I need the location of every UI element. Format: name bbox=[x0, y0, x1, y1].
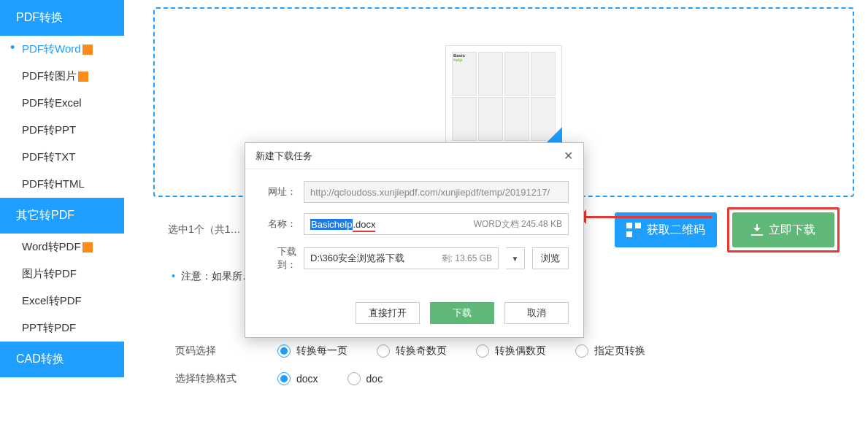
sidebar-section-cad-convert[interactable]: CAD转换 bbox=[0, 342, 124, 377]
dialog-close-button[interactable]: ✕ bbox=[564, 149, 573, 163]
sidebar-item-pdf-to-html[interactable]: PDF转HTML bbox=[0, 171, 124, 198]
qrcode-icon bbox=[626, 223, 641, 237]
dest-dropdown-button[interactable]: ▼ bbox=[506, 247, 525, 269]
sidebar-item-excel-to-pdf[interactable]: Excel转PDF bbox=[0, 288, 124, 315]
free-space-text: 剩: 13.65 GB bbox=[442, 253, 492, 265]
file-size-text: WORD文档 245.48 KB bbox=[474, 218, 562, 231]
download-icon bbox=[751, 224, 763, 236]
dialog-title-text: 新建下载任务 bbox=[256, 150, 312, 163]
radio-odd-pages[interactable]: 转换奇数页 bbox=[377, 344, 447, 358]
sidebar: PDF转换 PDF转Word PDF转图片 PDF转Excel PDF转PPT … bbox=[0, 0, 124, 377]
sidebar-section-other-to-pdf[interactable]: 其它转PDF bbox=[0, 198, 124, 234]
browse-button[interactable]: 浏览 bbox=[532, 247, 569, 269]
page-select-row: 页码选择 转换每一页 转换奇数页 转换偶数页 指定页转换 bbox=[153, 337, 854, 365]
sidebar-section-pdf-convert[interactable]: PDF转换 bbox=[0, 0, 124, 36]
new-badge-icon bbox=[82, 45, 93, 55]
new-badge-icon bbox=[82, 242, 93, 253]
download-highlight-box: 立即下载 bbox=[727, 207, 840, 253]
url-input[interactable]: http://qcloudoss.xunjiepdf.com/xunjiepdf… bbox=[304, 181, 569, 203]
url-label: 网址： bbox=[260, 185, 296, 198]
radio-doc[interactable]: doc bbox=[347, 372, 383, 385]
dest-input[interactable]: D:\360安全浏览器下载 剩: 13.65 GB bbox=[304, 247, 499, 269]
sidebar-item-image-to-pdf[interactable]: 图片转PDF bbox=[0, 261, 124, 288]
sidebar-item-pdf-to-txt[interactable]: PDF转TXT bbox=[0, 144, 124, 171]
selection-count-text: 选中1个（共1… bbox=[168, 223, 241, 236]
cancel-button[interactable]: 取消 bbox=[504, 302, 569, 324]
dest-label: 下载到： bbox=[260, 245, 296, 271]
radio-every-page[interactable]: 转换每一页 bbox=[277, 344, 347, 358]
filename-input[interactable]: Basichelp.docx WORD文档 245.48 KB bbox=[304, 213, 569, 235]
sidebar-item-pdf-to-image[interactable]: PDF转图片 bbox=[0, 63, 124, 90]
file-thumbnail[interactable]: Basichelp bbox=[445, 45, 562, 147]
sidebar-item-pdf-to-excel[interactable]: PDF转Excel bbox=[0, 90, 124, 117]
download-now-button[interactable]: 立即下载 bbox=[732, 212, 834, 247]
sidebar-item-pdf-to-word[interactable]: PDF转Word bbox=[0, 36, 124, 63]
thumbnail-preview: Basichelp bbox=[452, 52, 556, 141]
format-select-label: 选择转换格式 bbox=[175, 372, 248, 385]
filename-label: 名称： bbox=[260, 217, 296, 231]
page-select-label: 页码选择 bbox=[175, 344, 248, 358]
radio-docx[interactable]: docx bbox=[277, 372, 318, 385]
open-directly-button[interactable]: 直接打开 bbox=[356, 302, 420, 324]
download-dialog: 新建下载任务 ✕ 网址： http://qcloudoss.xunjiepdf.… bbox=[245, 142, 584, 338]
get-qrcode-button[interactable]: 获取二维码 bbox=[615, 212, 717, 247]
sidebar-item-pdf-to-ppt[interactable]: PDF转PPT bbox=[0, 117, 124, 144]
new-badge-icon bbox=[78, 72, 88, 82]
radio-even-pages[interactable]: 转换偶数页 bbox=[476, 344, 546, 358]
dialog-titlebar: 新建下载任务 ✕ bbox=[245, 143, 583, 169]
format-select-row: 选择转换格式 docx doc bbox=[153, 365, 854, 393]
sidebar-item-ppt-to-pdf[interactable]: PPT转PDF bbox=[0, 315, 124, 342]
download-button[interactable]: 下载 bbox=[430, 302, 494, 324]
sidebar-item-word-to-pdf[interactable]: Word转PDF bbox=[0, 234, 124, 261]
radio-specify-pages[interactable]: 指定页转换 bbox=[575, 344, 645, 358]
